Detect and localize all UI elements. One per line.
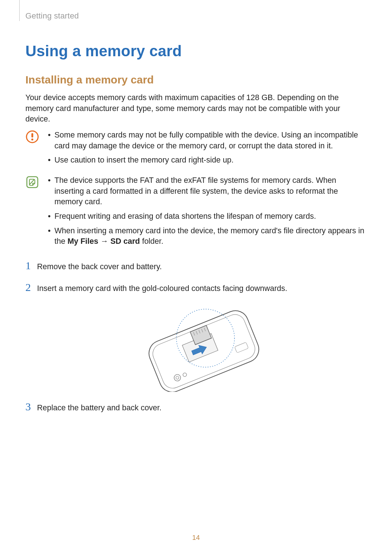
svg-point-2 (31, 139, 33, 141)
subheading: Installing a memory card (25, 74, 367, 86)
callout-warning-body: Some memory cards may not be fully compa… (45, 130, 367, 169)
note-bold: SD card (110, 237, 140, 246)
callout-note: The device supports the FAT and the exFA… (25, 175, 367, 251)
note-arrow: → (98, 237, 110, 246)
note-bold: My Files (68, 237, 98, 246)
callout-note-item: When inserting a memory card into the de… (45, 226, 367, 247)
side-rule (19, 0, 20, 21)
callout-warning: Some memory cards may not be fully compa… (25, 130, 367, 169)
step-text: Remove the back cover and battery. (37, 261, 367, 272)
section-header: Getting started (25, 11, 367, 21)
intro-paragraph: Your device accepts memory cards with ma… (25, 93, 367, 125)
insert-card-diagram (25, 305, 367, 392)
step-text: Replace the battery and back cover. (37, 402, 367, 414)
warning-icon (25, 130, 43, 144)
step-number: 1 (25, 260, 37, 271)
callout-note-body: The device supports the FAT and the exFA… (45, 175, 367, 251)
callout-note-item: Frequent writing and erasing of data sho… (45, 211, 367, 222)
note-text: folder. (140, 237, 163, 246)
step-3: 3 Replace the battery and back cover. (25, 402, 367, 414)
step-number: 2 (25, 282, 37, 293)
callout-note-item: The device supports the FAT and the exFA… (45, 175, 367, 208)
page: Getting started Using a memory card Inst… (0, 0, 392, 554)
page-title: Using a memory card (25, 42, 367, 60)
page-number: 14 (0, 534, 392, 542)
step-text: Insert a memory card with the gold-colou… (37, 283, 367, 294)
callout-warning-item: Some memory cards may not be fully compa… (45, 130, 367, 151)
step-number: 3 (25, 401, 37, 412)
svg-rect-1 (32, 133, 33, 138)
step-1: 1 Remove the back cover and battery. (25, 261, 367, 272)
callout-warning-item: Use caution to insert the memory card ri… (45, 155, 367, 166)
note-icon (25, 175, 43, 189)
step-2: 2 Insert a memory card with the gold-col… (25, 283, 367, 294)
